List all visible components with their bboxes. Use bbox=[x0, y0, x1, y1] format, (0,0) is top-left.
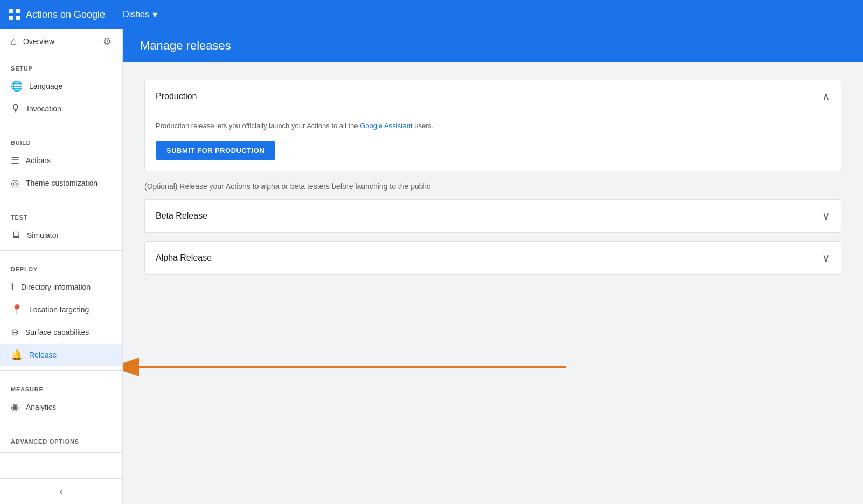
beta-release-card: Beta Release ∨ bbox=[144, 199, 841, 233]
sidebar-label-actions: Actions bbox=[26, 156, 51, 165]
overview-label: Overview bbox=[23, 37, 54, 46]
sidebar-collapse-button[interactable]: ‹ bbox=[0, 478, 122, 504]
submit-for-production-button[interactable]: SUBMIT FOR PRODUCTION bbox=[156, 141, 275, 160]
section-header-test: TEST bbox=[0, 204, 122, 224]
theme-icon: ◎ bbox=[11, 177, 19, 189]
actions-icon: ☰ bbox=[11, 155, 19, 166]
sidebar-item-surface[interactable]: ⊖Surface capabilites bbox=[0, 321, 122, 344]
logo-dots-grid bbox=[9, 9, 20, 20]
project-name: Dishes bbox=[123, 10, 149, 19]
simulator-icon: 🖥 bbox=[11, 229, 20, 241]
sidebar-label-release: Release bbox=[29, 351, 57, 359]
sidebar-label-theme: Theme customization bbox=[26, 179, 98, 187]
sidebar-item-language[interactable]: 🌐Language bbox=[0, 75, 122, 97]
home-icon: ⌂ bbox=[11, 36, 17, 47]
sidebar-item-location[interactable]: 📍Location targeting bbox=[0, 298, 122, 321]
sidebar-label-directory: Directory information bbox=[21, 283, 91, 291]
sidebar-item-analytics[interactable]: ◉Analytics bbox=[0, 396, 122, 418]
settings-icon[interactable]: ⚙ bbox=[103, 36, 112, 47]
section-header-measure: MEASURE bbox=[0, 375, 122, 396]
sidebar-item-release[interactable]: 🔔Release bbox=[0, 344, 122, 366]
sidebar-item-actions[interactable]: ☰Actions bbox=[0, 149, 122, 172]
page-header: Manage releases bbox=[123, 29, 863, 62]
logo-dot-4 bbox=[16, 16, 20, 20]
sidebar-label-language: Language bbox=[29, 82, 62, 90]
production-description: Production release lets you officially l… bbox=[156, 121, 830, 131]
page-title: Manage releases bbox=[140, 39, 231, 52]
location-icon: 📍 bbox=[11, 304, 23, 316]
sidebar-sections: SETUP🌐Language🎙InvocationBUILD☰Actions◎T… bbox=[0, 54, 122, 457]
section-header-deploy: DEPLOY bbox=[0, 255, 122, 276]
beta-chevron-down-icon: ∨ bbox=[822, 209, 830, 222]
divider-deploy bbox=[0, 370, 122, 371]
production-card: Production ∧ Production release lets you… bbox=[144, 80, 841, 171]
divider-test bbox=[0, 250, 122, 251]
top-nav: Actions on Google Dishes ▾ bbox=[0, 0, 863, 29]
section-header-setup: SETUP bbox=[0, 54, 122, 75]
invocation-icon: 🎙 bbox=[11, 103, 20, 114]
sidebar-item-directory[interactable]: ℹDirectory information bbox=[0, 276, 122, 298]
logo-dot-2 bbox=[16, 9, 20, 13]
app-logo: Actions on Google bbox=[9, 9, 105, 20]
beta-release-title: Beta Release bbox=[156, 211, 207, 221]
surface-icon: ⊖ bbox=[11, 326, 19, 338]
optional-release-text: (Optional) Release your Actions to alpha… bbox=[144, 182, 841, 191]
main-content: Manage releases Production ∧ Production … bbox=[123, 29, 863, 504]
section-header-build: BUILD bbox=[0, 129, 122, 149]
beta-card-header[interactable]: Beta Release ∨ bbox=[145, 200, 841, 232]
logo-dot-1 bbox=[9, 9, 13, 13]
divider-setup bbox=[0, 124, 122, 124]
production-card-header[interactable]: Production ∧ bbox=[145, 80, 841, 113]
sidebar-label-surface: Surface capabilites bbox=[25, 328, 89, 337]
analytics-icon: ◉ bbox=[11, 401, 19, 413]
sidebar-item-overview[interactable]: ⌂ Overview ⚙ bbox=[0, 29, 122, 54]
page-content-area: Production ∧ Production release lets you… bbox=[123, 62, 863, 504]
alpha-release-card: Alpha Release ∨ bbox=[144, 241, 841, 275]
section-header-advanced: ADVANCED OPTIONS bbox=[0, 428, 122, 448]
sidebar-label-simulator: Simulator bbox=[27, 231, 59, 240]
production-title: Production bbox=[156, 92, 197, 101]
sidebar-item-invocation[interactable]: 🎙Invocation bbox=[0, 97, 122, 120]
chevron-down-icon: ▾ bbox=[152, 9, 157, 20]
production-card-body: Production release lets you officially l… bbox=[145, 113, 841, 171]
alpha-card-header[interactable]: Alpha Release ∨ bbox=[145, 242, 841, 274]
collapse-icon: ‹ bbox=[59, 485, 63, 498]
sidebar-label-invocation: Invocation bbox=[27, 104, 61, 113]
release-icon: 🔔 bbox=[11, 349, 23, 361]
project-selector[interactable]: Dishes ▾ bbox=[123, 9, 157, 20]
language-icon: 🌐 bbox=[11, 80, 23, 92]
alpha-chevron-down-icon: ∨ bbox=[822, 251, 830, 264]
sidebar: ⌂ Overview ⚙ SETUP🌐Language🎙InvocationBU… bbox=[0, 29, 123, 504]
nav-divider bbox=[114, 6, 114, 23]
sidebar-label-analytics: Analytics bbox=[26, 403, 56, 411]
sidebar-item-simulator[interactable]: 🖥Simulator bbox=[0, 224, 122, 246]
main-layout: ⌂ Overview ⚙ SETUP🌐Language🎙InvocationBU… bbox=[0, 29, 863, 504]
google-assistant-link[interactable]: Google Assistant bbox=[360, 122, 413, 130]
app-name: Actions on Google bbox=[26, 9, 105, 20]
production-chevron-up-icon: ∧ bbox=[822, 90, 830, 103]
divider-measure bbox=[0, 423, 122, 423]
sidebar-item-theme[interactable]: ◎Theme customization bbox=[0, 172, 122, 194]
divider-advanced bbox=[0, 452, 122, 453]
alpha-release-title: Alpha Release bbox=[156, 253, 212, 263]
directory-icon: ℹ bbox=[11, 281, 15, 293]
logo-dot-3 bbox=[9, 16, 13, 20]
divider-build bbox=[0, 199, 122, 199]
sidebar-label-location: Location targeting bbox=[29, 305, 89, 314]
